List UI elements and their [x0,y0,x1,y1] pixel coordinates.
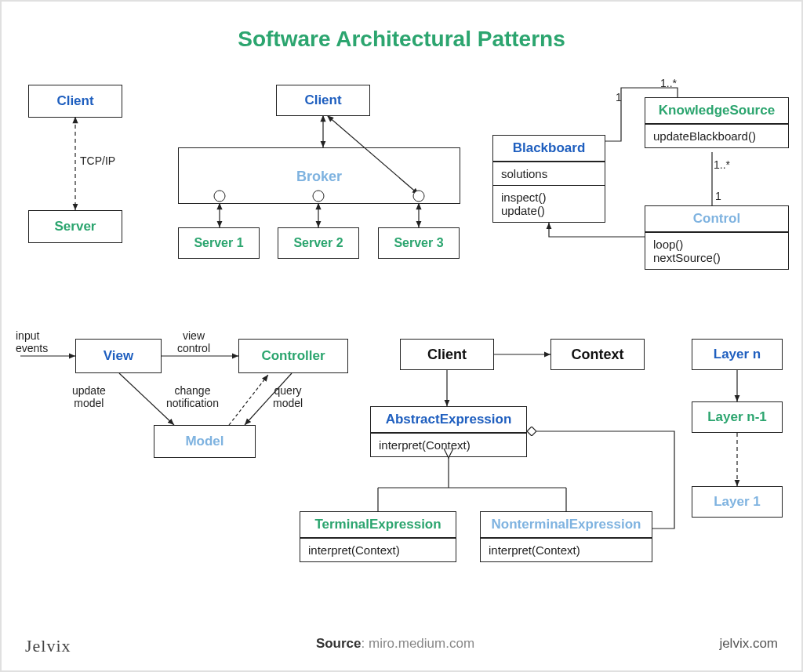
blackboard-name: Blackboard [493,136,605,162]
mvc-change-label: change notification [166,384,219,409]
ctrl-mult-many: 1..* [714,158,730,171]
control-ops: loop() nextSource() [645,232,788,269]
cs-server-box: Server [28,210,122,243]
mvc-model-label: Model [154,429,255,454]
int-client-box: Client [400,339,494,370]
broker-client-box: Client [276,85,370,116]
blackboard-attr: solutions [493,162,605,185]
broker-server3-box: Server 3 [378,227,460,259]
broker-label: Broker [179,162,460,190]
broker-server3-label: Server 3 [379,231,459,255]
mvc-viewcontrol-label: view control [177,329,210,354]
blackboard-box: Blackboard solutions inspect() update() [492,135,605,223]
cs-client-label: Client [29,89,122,114]
int-context-label: Context [551,342,644,368]
mvc-query-label: query model [273,384,303,409]
knowledge-box: KnowledgeSource updateBlackboard() [645,97,789,148]
broker-server2-label: Server 2 [278,231,358,255]
int-client-label: Client [401,342,493,368]
layer-n-label: Layer n [692,342,782,367]
int-abstract-name: AbstractExpression [371,407,526,433]
control-name: Control [645,206,788,232]
knowledge-name: KnowledgeSource [645,98,788,124]
knowledge-ops: updateBlackboard() [645,124,788,147]
svg-line-14 [229,375,268,425]
footer: Jelvix Source: miro.medium.com jelvix.co… [2,636,801,656]
page-title: Software Architectural Patterns [2,27,801,52]
mvc-controller-label: Controller [239,343,347,369]
int-nonterminal-ops: interpret(Context) [481,538,652,561]
cs-edge-label: TCP/IP [80,154,115,167]
layer-n1-box: Layer n-1 [692,401,783,433]
footer-source-value: miro.medium.com [369,636,474,651]
footer-source-label: Source [316,636,362,651]
int-terminal-name: TerminalExpression [300,512,456,538]
bb-mult-many: 1..* [660,77,677,89]
footer-source: Source: miro.medium.com [316,636,474,656]
footer-site: jelvix.com [719,636,778,656]
cs-client-box: Client [28,85,122,118]
broker-server1-label: Server 1 [179,231,259,255]
mvc-update-label: update model [72,384,106,409]
ctrl-mult-1: 1 [715,190,721,202]
layer-1-box: Layer 1 [692,486,783,518]
int-nonterminal-box: NonterminalExpression interpret(Context) [480,511,652,562]
broker-server1-box: Server 1 [178,227,260,259]
mvc-view-box: View [75,339,162,373]
broker-client-label: Client [277,88,369,113]
mvc-model-box: Model [154,425,256,458]
int-terminal-box: TerminalExpression interpret(Context) [300,511,456,562]
cs-server-label: Server [29,214,122,239]
mvc-controller-box: Controller [238,339,348,373]
layer-n1-label: Layer n-1 [692,405,782,430]
broker-server2-box: Server 2 [278,227,359,259]
int-abstract-ops: interpret(Context) [371,433,526,456]
int-terminal-ops: interpret(Context) [300,538,456,561]
mvc-view-label: View [76,343,161,369]
bb-mult-1: 1 [616,91,622,104]
layer-n-box: Layer n [692,339,783,370]
blackboard-ops: inspect() update() [493,185,605,222]
int-nonterminal-name: NonterminalExpression [481,512,652,538]
int-context-box: Context [550,339,645,370]
int-abstract-box: AbstractExpression interpret(Context) [370,406,527,457]
control-box: Control loop() nextSource() [645,205,789,270]
broker-box: Broker [178,147,460,204]
layer-1-label: Layer 1 [692,489,782,514]
mvc-input-label: input events [16,329,48,354]
footer-logo: Jelvix [25,636,71,656]
